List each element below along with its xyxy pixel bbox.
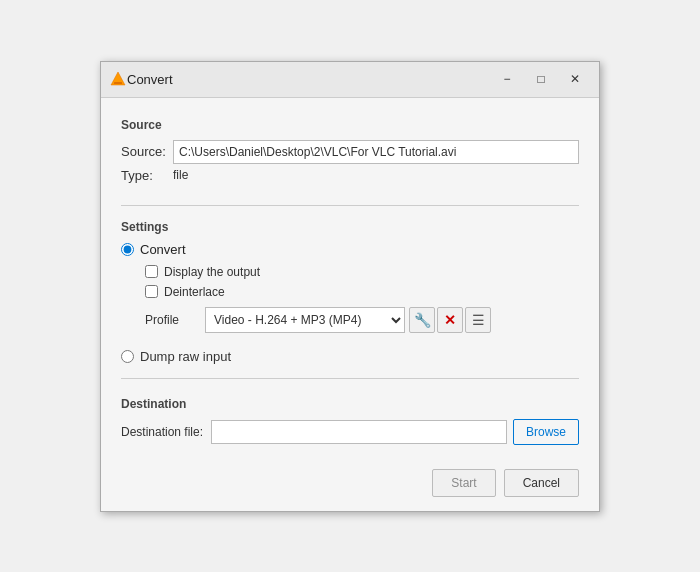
settings-section: Settings Convert Display the output Dein…: [121, 216, 579, 341]
maximize-button[interactable]: □: [525, 67, 557, 91]
cancel-button[interactable]: Cancel: [504, 469, 579, 497]
settings-section-label: Settings: [121, 220, 579, 234]
profile-select[interactable]: Video - H.264 + MP3 (MP4) Video - H.265 …: [205, 307, 405, 333]
profile-list-button[interactable]: ☰: [465, 307, 491, 333]
destination-section: Destination Destination file: Browse: [121, 393, 579, 445]
source-section: Source Source: Type: file: [121, 114, 579, 187]
browse-button[interactable]: Browse: [513, 419, 579, 445]
display-output-label[interactable]: Display the output: [164, 265, 260, 279]
vlc-icon: [109, 70, 127, 88]
divider-1: [121, 205, 579, 206]
type-row: Type: file: [121, 168, 579, 183]
svg-rect-1: [114, 82, 122, 84]
convert-radio-label[interactable]: Convert: [140, 242, 186, 257]
display-output-row: Display the output: [145, 265, 579, 279]
source-section-label: Source: [121, 118, 579, 132]
destination-row: Destination file: Browse: [121, 419, 579, 445]
dialog-content: Source Source: Type: file Settings Conve…: [101, 98, 599, 459]
dump-radio[interactable]: [121, 350, 134, 363]
start-button: Start: [432, 469, 495, 497]
source-label: Source:: [121, 144, 173, 159]
convert-radio[interactable]: [121, 243, 134, 256]
source-input[interactable]: [173, 140, 579, 164]
deinterlace-label[interactable]: Deinterlace: [164, 285, 225, 299]
window-title: Convert: [127, 72, 491, 87]
display-output-checkbox[interactable]: [145, 265, 158, 278]
deinterlace-checkbox[interactable]: [145, 285, 158, 298]
convert-radio-row: Convert: [121, 242, 579, 257]
titlebar: Convert − □ ✕: [101, 62, 599, 98]
window-controls: − □ ✕: [491, 67, 591, 91]
dest-file-label: Destination file:: [121, 425, 211, 439]
divider-2: [121, 378, 579, 379]
main-window: Convert − □ ✕ Source Source: Type: file …: [100, 61, 600, 512]
dump-radio-label[interactable]: Dump raw input: [140, 349, 231, 364]
deinterlace-row: Deinterlace: [145, 285, 579, 299]
minimize-button[interactable]: −: [491, 67, 523, 91]
profile-action-buttons: 🔧 ✕ ☰: [409, 307, 491, 333]
dump-radio-row: Dump raw input: [121, 349, 579, 364]
profile-label: Profile: [145, 313, 205, 327]
source-row: Source:: [121, 140, 579, 164]
bottom-bar: Start Cancel: [101, 459, 599, 511]
close-button[interactable]: ✕: [559, 67, 591, 91]
type-label: Type:: [121, 168, 173, 183]
type-value: file: [173, 168, 188, 182]
dest-file-input[interactable]: [211, 420, 507, 444]
profile-row: Profile Video - H.264 + MP3 (MP4) Video …: [145, 307, 579, 333]
profile-settings-button[interactable]: 🔧: [409, 307, 435, 333]
destination-section-label: Destination: [121, 397, 579, 411]
profile-delete-button[interactable]: ✕: [437, 307, 463, 333]
